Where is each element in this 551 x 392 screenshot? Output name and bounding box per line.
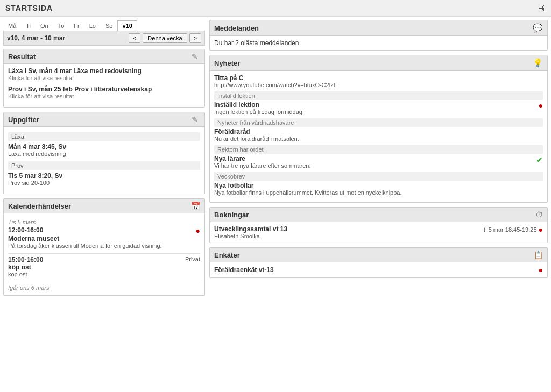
cal-event-private: Privat [185, 256, 200, 262]
cal-event: 15:00-16:00 Privat köp ost köp ost [8, 256, 200, 277]
enkäter-body: Föräldraenkät vt-13 ● [210, 262, 547, 277]
week-tab-to[interactable]: To [53, 20, 69, 31]
warning-icon: ● [196, 226, 200, 235]
meddelanden-title: Meddelanden [214, 24, 259, 32]
nyheter-title: Nyheter [214, 59, 240, 67]
news-title: Nya lärare [214, 155, 311, 162]
cal-event-desc: köp ost [8, 271, 200, 277]
cal-event-time: 15:00-16:00 [8, 256, 43, 263]
booking-item: Utvecklingssamtal vt 13 Elisabeth Smolka… [214, 225, 543, 239]
left-column: MåTiOnToFrLöSöv10 v10, 4 mar - 10 mar < … [3, 20, 205, 300]
warning-icon: ● [539, 266, 543, 274]
kalender-body: Tis 5 mars 12:00-16:00 ● Moderna museet … [4, 213, 204, 295]
news-sub: Ingen lektion på fredag förmiddag! [214, 109, 304, 115]
task-item: Mån 4 mar 8:45, Sv Läxa med redovisning [8, 143, 200, 157]
warning-icon: ● [539, 225, 543, 234]
task-category: Läxa [8, 132, 200, 141]
booking-sub: Elisabeth Smolka [214, 233, 287, 239]
next-week-btn[interactable]: > [189, 33, 201, 43]
task-title: Mån 4 mar 8:45, Sv [8, 143, 200, 151]
kalender-title: Kalenderhändelser [8, 202, 71, 210]
uppgifter-title: Uppgifter [8, 116, 39, 124]
booking-title: Utvecklingssamtal vt 13 [214, 225, 287, 233]
week-tab-sö[interactable]: Sö [101, 20, 117, 31]
bokningar-title: Bokningar [214, 211, 249, 219]
news-item[interactable]: Föräldraråd Nu är det föräldraråd i mats… [214, 128, 543, 142]
page-title: STARTSIDA [5, 4, 53, 12]
prev-week-btn[interactable]: < [129, 33, 140, 43]
enkät-item[interactable]: Föräldraenkät vt-13 ● [214, 266, 543, 274]
bokningar-body: Utvecklingssamtal vt 13 Elisabeth Smolka… [210, 222, 547, 243]
cal-date-header: Igår ons 6 mars [8, 284, 200, 291]
bokningar-header: Bokningar ⏱ [210, 208, 547, 222]
denna-vecka-btn[interactable]: Denna vecka [143, 33, 187, 43]
news-category: Rektorn har ordet [214, 145, 543, 154]
news-sub: Vi har tre nya lärare efter sommaren. [214, 162, 311, 169]
cal-event-time: 12:00-16:00 [8, 226, 43, 234]
page-header: STARTSIDA 🖨 [0, 0, 551, 17]
nyheter-section: Nyheter 💡 Titta på C http://www.youtube.… [209, 55, 548, 203]
edit-icon[interactable] [192, 52, 200, 61]
news-item[interactable]: Inställd lektion Ingen lektion på fredag… [214, 101, 543, 115]
news-item[interactable]: Nya fotbollar Nya fotbollar finns i uppe… [214, 182, 543, 196]
meddelanden-body: Du har 2 olästa meddelanden [210, 36, 547, 50]
chat-icon: 💬 [533, 23, 543, 33]
clipboard-icon: 📋 [534, 251, 543, 259]
news-title: Titta på C [214, 74, 337, 82]
cal-event: 12:00-16:00 ● Moderna museet På torsdag … [8, 226, 200, 249]
right-column: Meddelanden 💬 Du har 2 olästa meddelande… [209, 20, 548, 300]
clock-icon: ⏱ [535, 210, 543, 219]
news-category: Nyheter från vårdnadshavare [214, 118, 543, 127]
news-title: Inställd lektion [214, 101, 304, 109]
task-sub: Prov sid 20-100 [8, 180, 200, 186]
week-range-label: v10, 4 mar - 10 mar [7, 34, 126, 42]
result-sub: Klicka för att visa resultat [8, 93, 200, 99]
nyheter-body: Titta på C http://www.youtube.com/watch?… [210, 71, 547, 202]
nyheter-header: Nyheter 💡 [210, 55, 547, 71]
resultat-header: Resultat [4, 49, 204, 64]
uppgifter-body: LäxaMån 4 mar 8:45, Sv Läxa med redovisn… [4, 127, 204, 194]
edit-icon-uppgifter[interactable] [192, 115, 200, 124]
week-tab-fr[interactable]: Fr [69, 20, 84, 31]
week-tab-lö[interactable]: Lö [84, 20, 101, 31]
task-category: Prov [8, 161, 200, 170]
result-sub: Klicka för att visa resultat [8, 75, 200, 81]
cal-date-header: Tis 5 mars [8, 219, 200, 225]
week-tabs: MåTiOnToFrLöSöv10 [3, 20, 205, 31]
result-title: Läxa i Sv, mån 4 mar Läxa med redovisnin… [8, 67, 200, 75]
meddelanden-header: Meddelanden 💬 [210, 20, 547, 36]
resultat-body: Läxa i Sv, mån 4 mar Läxa med redovisnin… [4, 64, 204, 107]
enkäter-section: Enkäter 📋 Föräldraenkät vt-13 ● [209, 247, 548, 278]
task-sub: Läxa med redovisning [8, 151, 200, 157]
week-tab-ti[interactable]: Ti [21, 20, 36, 31]
enkäter-title: Enkäter [214, 251, 240, 259]
news-item[interactable]: Nya lärare Vi har tre nya lärare efter s… [214, 155, 543, 169]
cal-event-desc: På torsdag åker klassen till Moderna för… [8, 243, 200, 249]
result-title: Prov i Sv, mån 25 feb Prov i litteraturv… [8, 85, 200, 93]
task-item: Tis 5 mar 8:20, Sv Prov sid 20-100 [8, 172, 200, 186]
news-category: Veckobrev [214, 172, 543, 181]
kalender-header: Kalenderhändelser 📅 [4, 199, 204, 213]
week-range-bar: v10, 4 mar - 10 mar < Denna vecka > [3, 31, 205, 46]
meddelanden-text: Du har 2 olästa meddelanden [214, 39, 299, 47]
booking-date: ti 5 mar 18:45-19:25 [484, 226, 536, 233]
warning-icon: ● [539, 101, 543, 110]
week-tab-v10[interactable]: v10 [117, 20, 137, 31]
printer-icon[interactable]: 🖨 [537, 3, 546, 13]
week-tab-må[interactable]: Må [3, 20, 21, 31]
enkäter-header: Enkäter 📋 [210, 248, 547, 262]
news-title: Nya fotbollar [214, 182, 402, 189]
resultat-title: Resultat [8, 53, 36, 61]
news-sub: http://www.youtube.com/watch?v=btuxO-C2l… [214, 82, 337, 88]
resultat-section: Resultat Läxa i Sv, mån 4 mar Läxa med r… [3, 49, 205, 108]
bulb-icon: 💡 [533, 58, 543, 68]
task-title: Tis 5 mar 8:20, Sv [8, 172, 200, 180]
kalender-section: Kalenderhändelser 📅 Tis 5 mars 12:00-16:… [3, 198, 205, 296]
week-nav: MåTiOnToFrLöSöv10 v10, 4 mar - 10 mar < … [3, 20, 205, 46]
news-item[interactable]: Titta på C http://www.youtube.com/watch?… [214, 74, 543, 88]
check-icon: ✔ [536, 155, 543, 165]
week-tab-on[interactable]: On [36, 20, 53, 31]
result-item[interactable]: Läxa i Sv, mån 4 mar Läxa med redovisnin… [8, 67, 200, 81]
news-sub: Nya fotbollar finns i uppehållsrummet. K… [214, 189, 402, 196]
result-item[interactable]: Prov i Sv, mån 25 feb Prov i litteraturv… [8, 85, 200, 99]
